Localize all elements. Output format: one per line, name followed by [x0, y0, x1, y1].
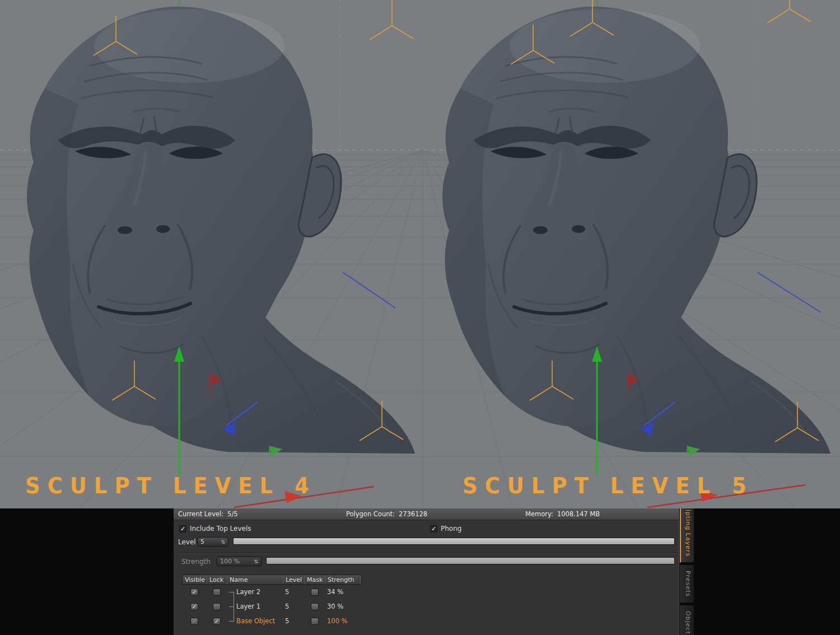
- strength-value: 100 %: [220, 558, 240, 565]
- panel-content: Current Level:5/5 Polygon Count:2736128 …: [174, 508, 679, 635]
- strength-label: Strength: [181, 558, 211, 566]
- lock-checkbox[interactable]: ✓: [213, 618, 221, 625]
- level-label: Level: [178, 538, 196, 546]
- mask-checkbox[interactable]: [311, 589, 319, 596]
- memory-label: Memory:: [525, 510, 553, 518]
- header-strength: Strength: [325, 575, 361, 584]
- visible-checkbox[interactable]: ✓: [190, 618, 198, 625]
- layer-level: 5: [283, 617, 304, 625]
- check-icon[interactable]: ✓: [430, 525, 437, 533]
- tab-sculpting-layers[interactable]: Sculpting Layers: [680, 508, 694, 563]
- viewport-3d[interactable]: SCULPT LEVEL 4 SCULPT LEVEL 5: [0, 0, 840, 508]
- tree-connector: [234, 592, 234, 621]
- layer-row-base-object[interactable]: ✓ ✓ Base Object 5 100 %: [182, 614, 362, 628]
- lock-checkbox[interactable]: [213, 603, 221, 610]
- layers-table: Visible Lock Name Level Mask Strength ✓ …: [182, 575, 362, 628]
- tab-objects[interactable]: Objects: [680, 605, 694, 635]
- polygon-count-label: Polygon Count:: [346, 510, 395, 518]
- phong-label: Phong: [441, 525, 461, 533]
- mask-checkbox[interactable]: [311, 603, 319, 610]
- layer-name[interactable]: Layer 1: [236, 603, 260, 610]
- strength-slider[interactable]: [266, 557, 675, 564]
- layers-table-header: Visible Lock Name Level Mask Strength: [182, 575, 362, 585]
- header-level: Level: [283, 575, 305, 584]
- include-top-levels-checkbox[interactable]: ✓ Include Top Levels: [179, 524, 251, 534]
- stepper-icon[interactable]: ⇅: [221, 539, 225, 545]
- header-name: Name: [227, 575, 283, 584]
- level-slider[interactable]: [233, 538, 675, 545]
- level-value: 5: [200, 538, 204, 545]
- sculpt-level-4-label: SCULPT LEVEL 4: [25, 473, 316, 498]
- layer-strength[interactable]: 30 %: [325, 603, 361, 610]
- visible-checkbox[interactable]: ✓: [190, 589, 198, 596]
- level-dropdown[interactable]: 5 ⇅: [197, 537, 228, 547]
- header-mask: Mask: [305, 575, 325, 584]
- check-icon[interactable]: ✓: [179, 525, 186, 533]
- layer-name[interactable]: Layer 2: [236, 588, 260, 596]
- memory-value: 1008.147 MB: [557, 510, 600, 518]
- lock-checkbox[interactable]: [213, 589, 221, 596]
- strength-dropdown[interactable]: 100 % ⇅: [217, 557, 262, 566]
- layer-strength[interactable]: 100 %: [325, 617, 361, 625]
- side-tab-strip: Sculpting Layers Presets Objects: [680, 508, 701, 635]
- sculpting-layers-panel: Current Level:5/5 Polygon Count:2736128 …: [0, 508, 840, 635]
- header-visible: Visible: [183, 575, 207, 584]
- include-top-levels-label: Include Top Levels: [190, 525, 251, 533]
- layer-row-layer2[interactable]: ✓ Layer 2 5 34 %: [182, 585, 362, 599]
- layer-level: 5: [283, 603, 304, 610]
- polygon-count-status: Polygon Count:2736128: [346, 510, 427, 518]
- header-lock: Lock: [207, 575, 227, 584]
- layer-level: 5: [283, 588, 304, 596]
- current-level-label: Current Level:: [178, 510, 223, 518]
- current-level-value: 5/5: [227, 510, 238, 518]
- current-level-status: Current Level:5/5: [178, 510, 238, 518]
- visible-checkbox[interactable]: ✓: [190, 603, 198, 610]
- mask-checkbox[interactable]: [311, 618, 319, 625]
- layer-strength[interactable]: 34 %: [325, 588, 361, 596]
- phong-checkbox[interactable]: ✓ Phong: [430, 524, 461, 534]
- memory-status: Memory:1008.147 MB: [525, 510, 600, 518]
- polygon-count-value: 2736128: [399, 510, 427, 518]
- sculpt-level-5-label: SCULPT LEVEL 5: [463, 473, 754, 498]
- panel-statusbar: Current Level:5/5 Polygon Count:2736128 …: [174, 508, 679, 520]
- layer-name[interactable]: Base Object: [236, 617, 275, 625]
- layer-row-layer1[interactable]: ✓ Layer 1 5 30 %: [182, 599, 362, 614]
- tab-presets[interactable]: Presets: [680, 564, 694, 603]
- viewport-canvas[interactable]: [0, 0, 840, 508]
- panel-divider: [174, 553, 679, 554]
- stepper-icon[interactable]: ⇅: [254, 559, 258, 564]
